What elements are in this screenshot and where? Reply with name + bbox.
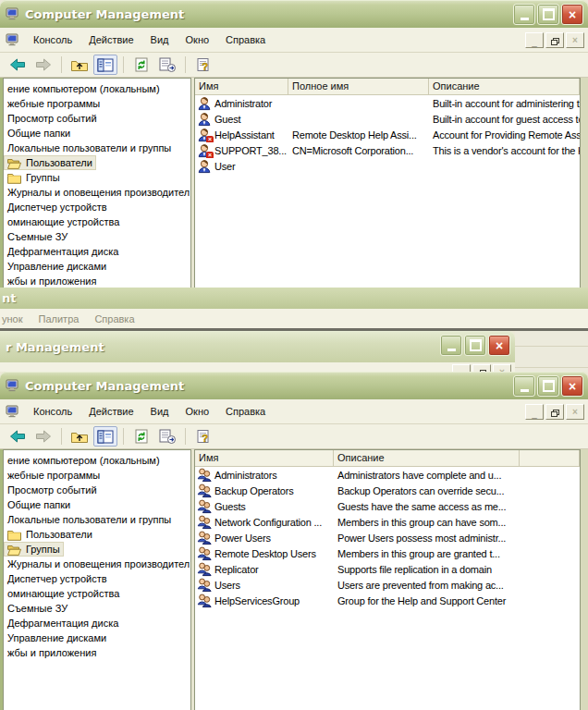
tree-item[interactable]: Локальные пользователи и группы xyxy=(4,512,175,527)
list-row[interactable]: × Backup Operators Backup Operators can … xyxy=(195,483,580,498)
export-list-button[interactable] xyxy=(155,426,179,447)
paint-menu-item[interactable]: Палитра xyxy=(39,313,80,324)
title-bar[interactable]: r Management × xyxy=(0,331,515,362)
column-header[interactable]: Имя xyxy=(195,79,288,94)
help-button[interactable]: ? xyxy=(191,426,215,447)
paint-menu-item[interactable]: унок xyxy=(2,313,23,324)
paint-menu-item[interactable]: Справка xyxy=(94,313,134,324)
list-row[interactable]: × Power Users Power Users possess most a… xyxy=(195,530,580,545)
tree-item-label: ение компьютером (локальным) xyxy=(7,455,160,466)
tree-item[interactable]: Журналы и оповещения производител xyxy=(4,185,191,200)
list-row[interactable]: × HelpServicesGroup Group for the Help a… xyxy=(195,593,580,608)
tree-item[interactable]: жбы и приложения xyxy=(4,274,100,288)
tree-item[interactable]: Просмотр событий xyxy=(4,111,101,126)
mdi-close-button[interactable]: × xyxy=(566,32,584,48)
mdi-restore-button[interactable] xyxy=(472,364,491,372)
close-button[interactable]: × xyxy=(561,4,583,25)
tree-item[interactable]: Дефрагментация диска xyxy=(4,616,122,630)
tree-item[interactable]: ение компьютером (локальным) xyxy=(4,81,164,96)
show-console-tree-button[interactable] xyxy=(93,426,117,447)
menu-item[interactable]: Окно xyxy=(178,30,218,50)
menu-item[interactable]: Вид xyxy=(142,30,178,50)
forward-button[interactable] xyxy=(31,426,55,447)
paint-title-bar[interactable]: nt xyxy=(0,288,588,309)
mdi-minimize-button[interactable]: _ xyxy=(452,364,471,372)
tree-item-label: Просмотр событий xyxy=(7,113,97,124)
mdi-restore-button[interactable] xyxy=(545,404,564,420)
refresh-button[interactable] xyxy=(129,426,153,447)
back-button[interactable] xyxy=(6,55,30,75)
minimize-button[interactable] xyxy=(440,335,462,356)
mdi-close-button[interactable]: × xyxy=(493,364,511,372)
refresh-button[interactable] xyxy=(129,55,153,75)
tree-item[interactable]: Журналы и оповещения производител xyxy=(4,557,191,571)
back-button[interactable] xyxy=(6,426,30,447)
close-button[interactable]: × xyxy=(488,335,510,356)
list-row[interactable]: × Replicator Supports file replication i… xyxy=(195,561,580,577)
tree-item[interactable]: Диспетчер устройств xyxy=(4,200,111,214)
maximize-button[interactable] xyxy=(537,4,559,25)
menu-item[interactable]: Справка xyxy=(217,30,274,50)
tree-item[interactable]: оминающие устройства xyxy=(4,214,123,229)
title-bar[interactable]: Computer Management × xyxy=(0,0,588,28)
tree-item[interactable]: Управление дисками xyxy=(4,630,110,645)
tree-item[interactable]: Общие папки xyxy=(4,126,74,141)
close-button[interactable]: × xyxy=(561,375,583,397)
menu-item[interactable]: Действие xyxy=(80,401,141,422)
list-row[interactable]: × Administrator Built-in account for adm… xyxy=(195,95,580,111)
tree-item[interactable]: Общие папки xyxy=(4,497,74,512)
up-one-level-button[interactable] xyxy=(67,426,92,447)
export-list-button[interactable] xyxy=(155,55,179,75)
forward-button[interactable] xyxy=(31,55,55,75)
tree-item[interactable]: Дефрагментация диска xyxy=(4,244,122,259)
maximize-button[interactable] xyxy=(464,335,486,356)
column-header[interactable]: Имя xyxy=(195,450,334,466)
tree-item[interactable]: Пользователи xyxy=(4,527,96,542)
tree-item[interactable]: оминающие устройства xyxy=(4,586,123,601)
title-bar[interactable]: Computer Management × xyxy=(0,372,588,399)
up-one-level-button[interactable] xyxy=(67,55,92,75)
menu-item[interactable]: Справка xyxy=(217,401,274,422)
list-row[interactable]: × Network Configuration ... Members in t… xyxy=(195,514,580,530)
column-header[interactable]: Полное имя xyxy=(288,79,429,94)
minimize-button[interactable] xyxy=(513,4,535,25)
list-row[interactable]: × User xyxy=(195,158,580,174)
menu-item[interactable]: Вид xyxy=(142,401,178,422)
list-row[interactable]: × Guest Built-in account for guest acces… xyxy=(195,111,580,127)
tree-item[interactable]: жбы и приложения xyxy=(4,645,100,660)
menu-item[interactable]: Консоль xyxy=(25,401,80,422)
tree-item[interactable]: Просмотр событий xyxy=(4,483,101,497)
minimize-button[interactable] xyxy=(513,375,535,397)
column-header[interactable]: Описание xyxy=(334,450,520,466)
tree-item[interactable]: Группы xyxy=(4,542,64,557)
help-button[interactable]: ? xyxy=(191,55,215,75)
list-row[interactable]: × Users Users are prevented from making … xyxy=(195,577,580,593)
tree-item[interactable]: Управление дисками xyxy=(4,259,110,274)
mdi-close-button[interactable]: × xyxy=(566,404,584,420)
column-header[interactable]: Описание xyxy=(429,79,580,94)
mdi-minimize-button[interactable]: _ xyxy=(525,404,544,420)
maximize-button[interactable] xyxy=(537,375,559,397)
tree-item[interactable]: Группы xyxy=(4,170,64,185)
tree-item[interactable]: жебные программы xyxy=(4,96,104,111)
tree-item[interactable]: ение компьютером (локальным) xyxy=(4,453,164,468)
list-row[interactable]: × Administrators Administrators have com… xyxy=(195,467,580,483)
list-row[interactable]: × Guests Guests have the same access as … xyxy=(195,498,580,514)
tree-item[interactable]: жебные программы xyxy=(4,468,104,483)
menu-item[interactable]: Окно xyxy=(178,401,218,422)
tree-item[interactable]: Съемные ЗУ xyxy=(4,601,71,616)
list-row[interactable]: × HelpAssistant Remote Desktop Help Assi… xyxy=(195,127,580,142)
tree-item[interactable]: Локальные пользователи и группы xyxy=(4,141,175,155)
menu-item[interactable]: Действие xyxy=(80,30,141,50)
tree-item[interactable]: Пользователи xyxy=(4,155,96,170)
tree-item[interactable]: Съемные ЗУ xyxy=(4,229,71,244)
column-header[interactable] xyxy=(520,450,580,466)
group-icon: × xyxy=(197,562,212,577)
list-row[interactable]: × Remote Desktop Users Members in this g… xyxy=(195,545,580,561)
tree-item[interactable]: Диспетчер устройств xyxy=(4,571,111,586)
menu-item[interactable]: Консоль xyxy=(25,30,80,50)
show-console-tree-button[interactable] xyxy=(93,55,117,75)
mdi-restore-button[interactable] xyxy=(545,32,564,48)
mdi-minimize-button[interactable]: _ xyxy=(525,32,544,48)
list-row[interactable]: × SUPPORT_38... CN=Microsoft Corporation… xyxy=(195,142,580,158)
